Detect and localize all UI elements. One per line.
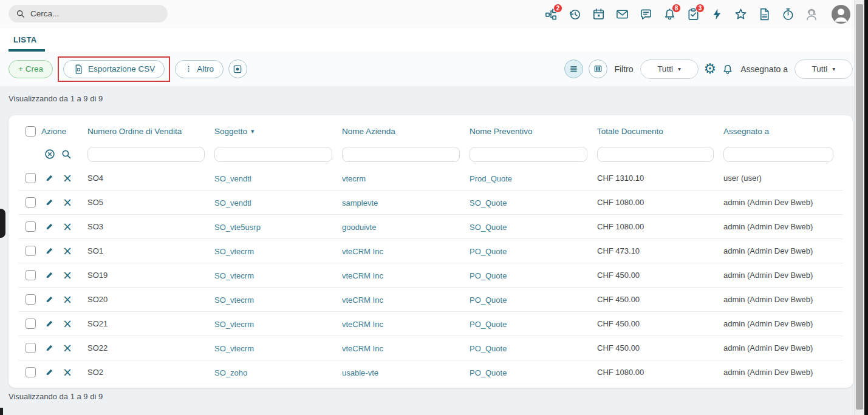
subject-link[interactable]: SO_vtecrm — [214, 344, 254, 353]
mail-icon[interactable] — [615, 7, 629, 22]
settings-gear-icon[interactable]: ⚙ — [704, 62, 717, 76]
quote-link[interactable]: PO_Quote — [470, 368, 507, 377]
quote-link[interactable]: PO_Quote — [470, 247, 507, 256]
apply-search-icon[interactable] — [61, 149, 72, 160]
create-button[interactable]: + Crea — [9, 60, 53, 78]
col-header-assigned[interactable]: Assegnato a — [723, 127, 843, 136]
col-header-number[interactable]: Numero Ordine di Vendita — [87, 127, 214, 136]
list-view-button[interactable] — [564, 59, 583, 78]
select-all-checkbox[interactable] — [26, 126, 36, 137]
company-link[interactable]: vteCRM Inc — [342, 247, 383, 256]
row-checkbox[interactable] — [26, 270, 36, 280]
row-checkbox[interactable] — [26, 294, 36, 305]
filter-input-number[interactable] — [87, 147, 205, 162]
lightning-icon[interactable] — [709, 7, 724, 22]
history-icon[interactable] — [567, 7, 582, 22]
subject-link[interactable]: SO_vendtl — [214, 198, 251, 208]
row-checkbox[interactable] — [26, 197, 36, 208]
calendar-icon[interactable] — [591, 7, 606, 22]
quote-link[interactable]: SO_Quote — [470, 198, 507, 208]
row-checkbox[interactable] — [26, 319, 36, 329]
company-link[interactable]: vteCRM Inc — [342, 344, 383, 353]
quote-link[interactable]: Prod_Quote — [470, 174, 512, 183]
export-csv-button[interactable]: Esportazione CSV — [63, 60, 165, 78]
col-header-subject[interactable]: Soggetto ▾ — [214, 127, 342, 136]
edit-pencil-icon[interactable] — [45, 198, 55, 208]
edit-pencil-icon[interactable] — [45, 343, 55, 353]
more-button[interactable]: Altro — [175, 60, 224, 78]
support-icon[interactable] — [804, 7, 819, 22]
delete-x-icon[interactable]: × — [63, 172, 72, 184]
edit-pencil-icon[interactable] — [45, 174, 55, 183]
document-icon[interactable] — [757, 7, 771, 22]
tasks-icon[interactable]: 3 — [686, 7, 700, 22]
edit-pencil-icon[interactable] — [45, 319, 55, 329]
quote-link[interactable]: PO_Quote — [470, 271, 507, 280]
delete-x-icon[interactable]: × — [63, 269, 72, 281]
assigned-dropdown[interactable]: Tutti ▾ — [795, 59, 853, 79]
row-checkbox[interactable] — [26, 173, 36, 183]
search-placeholder: Cerca... — [30, 9, 59, 18]
vertical-scrollbar[interactable] — [854, 0, 864, 415]
subject-link[interactable]: SO_vtecrm — [214, 247, 254, 256]
process-view-button[interactable] — [228, 59, 247, 78]
delete-x-icon[interactable]: × — [63, 221, 72, 232]
tab-lista[interactable]: LISTA — [13, 35, 37, 44]
edit-pencil-icon[interactable] — [45, 222, 55, 232]
col-header-company[interactable]: Nome Azienda — [342, 127, 470, 136]
filter-input-company[interactable] — [342, 147, 460, 162]
row-checkbox[interactable] — [26, 343, 36, 353]
company-link[interactable]: vteCRM Inc — [342, 295, 383, 305]
left-edge-handle[interactable] — [0, 209, 5, 238]
filter-dropdown[interactable]: Tutti ▾ — [640, 59, 699, 79]
company-link[interactable]: vteCRM Inc — [342, 271, 383, 280]
delete-x-icon[interactable]: × — [63, 294, 72, 305]
filter-input-subject[interactable] — [214, 147, 332, 162]
subject-link[interactable]: SO_vendtl — [214, 174, 251, 183]
user-avatar[interactable] — [832, 5, 850, 24]
subject-link[interactable]: SO_vtecrm — [214, 271, 254, 280]
delete-x-icon[interactable]: × — [63, 318, 72, 329]
company-link[interactable]: vteCRM Inc — [342, 320, 383, 329]
company-link[interactable]: gooduivte — [342, 223, 376, 232]
row-checkbox[interactable] — [26, 246, 36, 256]
quote-link[interactable]: PO_Quote — [470, 320, 507, 329]
edit-pencil-icon[interactable] — [45, 368, 55, 377]
subject-link[interactable]: SO_vtecrm — [214, 320, 254, 329]
col-header-quote[interactable]: Nome Preventivo — [470, 127, 597, 136]
alerts-bell-icon[interactable] — [722, 63, 734, 75]
filter-input-quote[interactable] — [470, 147, 587, 162]
edit-pencil-icon[interactable] — [45, 295, 55, 305]
company-link[interactable]: vtecrm — [342, 174, 366, 183]
hierarchy-icon[interactable]: 2 — [544, 7, 558, 22]
filter-input-assigned[interactable] — [723, 147, 833, 162]
delete-x-icon[interactable]: × — [63, 197, 72, 208]
main-area: Visualizzando da 1 a 9 di 9 Azione Numer… — [0, 86, 854, 415]
delete-x-icon[interactable]: × — [63, 245, 72, 257]
subject-link[interactable]: SO_vtecrm — [214, 295, 254, 305]
quote-link[interactable]: SO_Quote — [470, 223, 507, 232]
assigned-value: admin (Admin Dev Bweb) — [723, 295, 843, 304]
column-view-button[interactable] — [589, 59, 607, 78]
company-link[interactable]: usable-vte — [342, 368, 378, 377]
edit-pencil-icon[interactable] — [45, 246, 55, 256]
global-search[interactable]: Cerca... — [9, 5, 168, 22]
company-link[interactable]: samplevte — [342, 198, 378, 208]
row-checkbox[interactable] — [26, 367, 36, 377]
subject-link[interactable]: SO_zoho — [214, 368, 247, 377]
clear-filters-icon[interactable] — [44, 148, 56, 160]
quote-link[interactable]: PO_Quote — [470, 295, 507, 305]
row-checkbox[interactable] — [26, 221, 36, 232]
chat-icon[interactable] — [638, 7, 653, 22]
stopwatch-icon[interactable] — [781, 7, 795, 22]
delete-x-icon[interactable]: × — [63, 366, 72, 378]
scrollbar-thumb[interactable] — [856, 4, 863, 410]
notifications-icon[interactable]: 8 — [662, 7, 677, 22]
subject-link[interactable]: SO_vte5usrp — [214, 223, 261, 232]
quote-link[interactable]: PO_Quote — [470, 344, 507, 353]
col-header-total[interactable]: Totale Documento — [597, 127, 723, 136]
delete-x-icon[interactable]: × — [63, 342, 72, 354]
star-icon[interactable] — [733, 7, 748, 22]
edit-pencil-icon[interactable] — [45, 271, 55, 280]
filter-input-total[interactable] — [597, 147, 714, 162]
